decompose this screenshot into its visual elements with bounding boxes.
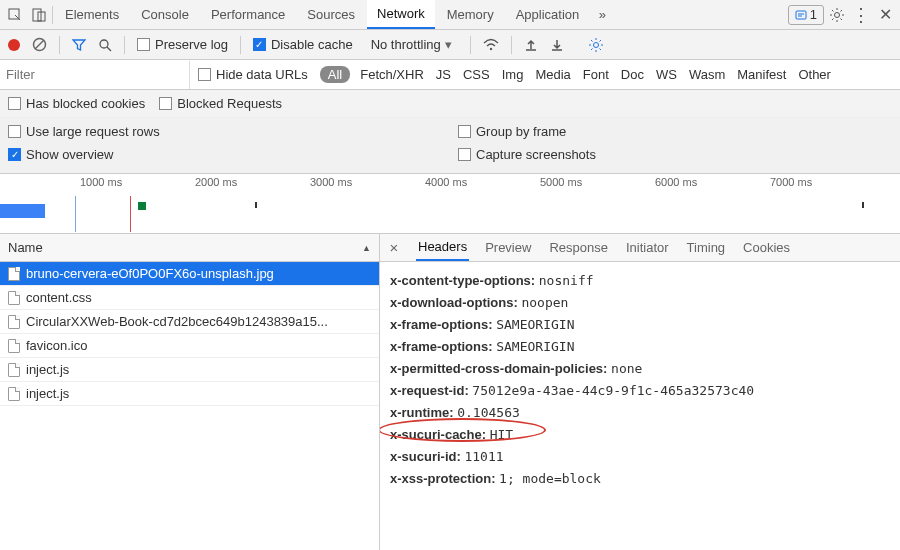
filter-icon[interactable] [72,38,86,52]
file-icon [8,387,20,401]
filter-type-doc[interactable]: Doc [615,67,650,82]
timeline-mark [255,202,257,208]
hide-data-urls-checkbox[interactable]: Hide data URLs [190,67,316,82]
blocked-requests-checkbox[interactable]: Blocked Requests [159,96,282,111]
panel-tabs: Elements Console Performance Sources Net… [0,0,900,30]
header-row: x-sucuri-id: 11011 [390,446,890,468]
kebab-icon[interactable]: ⋮ [850,4,872,26]
show-overview-checkbox[interactable]: ✓Show overview [8,147,442,162]
header-row: x-request-id: 75012e9a-43ae-44c9-9f1c-46… [390,380,890,402]
search-icon[interactable] [98,38,112,52]
filter-type-other[interactable]: Other [792,67,837,82]
network-toolbar: Preserve log ✓Disable cache No throttlin… [0,30,900,60]
svg-rect-1 [33,9,41,21]
disable-cache-checkbox[interactable]: ✓Disable cache [253,37,353,52]
tab-sources[interactable]: Sources [297,1,365,28]
tab-performance[interactable]: Performance [201,1,295,28]
upload-icon[interactable] [524,38,538,52]
file-icon [8,267,20,281]
header-row: x-xss-protection: 1; mode=block [390,468,890,490]
file-icon [8,315,20,329]
filter-type-css[interactable]: CSS [457,67,496,82]
svg-point-7 [100,40,108,48]
gear-icon[interactable] [588,37,604,53]
split-view: Name ▲ bruno-cervera-eOf0PO0FX6o-unsplas… [0,234,900,550]
header-row: x-content-type-options: nosniff [390,270,890,292]
request-row[interactable]: CircularXXWeb-Book-cd7d2bcec649b1243839a… [0,310,379,334]
header-row: x-runtime: 0.104563 [390,402,890,424]
filter-type-ws[interactable]: WS [650,67,683,82]
tab-console[interactable]: Console [131,1,199,28]
gear-icon[interactable] [826,4,848,26]
file-icon [8,291,20,305]
tab-network[interactable]: Network [367,0,435,29]
request-row[interactable]: bruno-cervera-eOf0PO0FX6o-unsplash.jpg [0,262,379,286]
svg-point-4 [835,12,840,17]
download-icon[interactable] [550,38,564,52]
request-row[interactable]: inject.js [0,358,379,382]
request-list: Name ▲ bruno-cervera-eOf0PO0FX6o-unsplas… [0,234,380,550]
filter-type-manifest[interactable]: Manifest [731,67,792,82]
preserve-log-checkbox[interactable]: Preserve log [137,37,228,52]
blocked-cookies-checkbox[interactable]: Has blocked cookies [8,96,145,111]
request-row[interactable]: favicon.ico [0,334,379,358]
record-button[interactable] [8,39,20,51]
tab-headers[interactable]: Headers [416,234,469,261]
group-frame-checkbox[interactable]: Group by frame [458,124,892,139]
close-icon[interactable]: ✕ [874,4,896,26]
tab-initiator[interactable]: Initiator [624,235,671,260]
capture-checkbox[interactable]: Capture screenshots [458,147,892,162]
tab-elements[interactable]: Elements [55,1,129,28]
svg-rect-3 [796,11,806,19]
close-details-icon[interactable]: × [386,239,402,256]
clear-icon[interactable] [32,37,47,52]
filter-input[interactable] [0,61,190,89]
tab-preview[interactable]: Preview [483,235,533,260]
tab-cookies[interactable]: Cookies [741,235,792,260]
filter-type-media[interactable]: Media [529,67,576,82]
request-row[interactable]: content.css [0,286,379,310]
header-row: x-frame-options: SAMEORIGIN [390,336,890,358]
filter-type-fetch[interactable]: Fetch/XHR [354,67,430,82]
sort-arrow-icon: ▲ [362,243,371,253]
issues-count: 1 [810,7,817,22]
filter-type-all[interactable]: All [320,66,350,83]
load-marker [130,196,131,232]
tab-memory[interactable]: Memory [437,1,504,28]
timeline-mark [862,202,864,208]
header-row: x-sucuri-cache: HIT [390,424,890,446]
timeline-overview[interactable]: 1000 ms 2000 ms 3000 ms 4000 ms 5000 ms … [0,174,900,234]
file-icon [8,339,20,353]
inspect-icon[interactable] [4,4,26,26]
file-icon [8,363,20,377]
filter-type-js[interactable]: JS [430,67,457,82]
filter-type-wasm[interactable]: Wasm [683,67,731,82]
filter-type-font[interactable]: Font [577,67,615,82]
device-icon[interactable] [28,4,50,26]
timeline-bar [0,204,45,218]
header-row: x-frame-options: SAMEORIGIN [390,314,890,336]
response-headers[interactable]: x-content-type-options: nosniff x-downlo… [380,262,900,550]
issues-chip[interactable]: 1 [788,5,824,25]
svg-line-6 [35,40,44,49]
header-row: x-download-options: noopen [390,292,890,314]
options-row-1: Has blocked cookies Blocked Requests [0,90,900,118]
throttling-select[interactable]: No throttling▾ [365,35,458,54]
more-tabs-icon[interactable]: » [591,4,613,26]
svg-point-10 [593,42,598,47]
svg-point-9 [490,47,492,49]
request-row[interactable]: inject.js [0,382,379,406]
filter-type-img[interactable]: Img [496,67,530,82]
tab-response[interactable]: Response [547,235,610,260]
options-row-2: Use large request rows ✓Show overview Gr… [0,118,900,174]
svg-line-8 [107,47,111,51]
tab-timing[interactable]: Timing [685,235,728,260]
wifi-icon[interactable] [483,38,499,52]
column-header[interactable]: Name ▲ [0,234,379,262]
header-row: x-permitted-cross-domain-policies: none [390,358,890,380]
tab-application[interactable]: Application [506,1,590,28]
details-tabs: × Headers Preview Response Initiator Tim… [380,234,900,262]
filter-bar: Hide data URLs All Fetch/XHR JS CSS Img … [0,60,900,90]
details-pane: × Headers Preview Response Initiator Tim… [380,234,900,550]
large-rows-checkbox[interactable]: Use large request rows [8,124,442,139]
